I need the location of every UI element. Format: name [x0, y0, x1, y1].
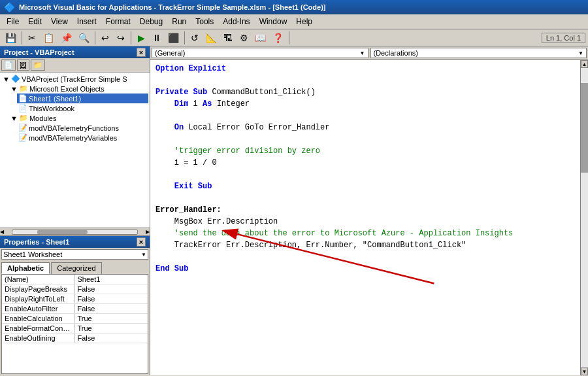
project-panel-close[interactable]: × — [137, 48, 146, 57]
props-row-enableautofilter[interactable]: EnableAutoFilter False — [2, 304, 148, 314]
props-val-5: True — [75, 324, 148, 333]
code-line-3: Dim i As Integer — [155, 98, 575, 110]
code-kw-on: On — [174, 123, 184, 132]
props-tab-alphabetic[interactable]: Alphabetic — [1, 262, 50, 274]
props-selector[interactable]: Sheet1 Worksheet ▼ — [1, 249, 148, 260]
props-row-displayrighttoleft[interactable]: DisplayRightToLeft False — [2, 294, 148, 304]
code-line-4 — [155, 110, 575, 122]
toolbar-copy[interactable]: 📋 — [41, 31, 57, 44]
tree-mod-variables[interactable]: 📝 modVBATelemetryVariables — [17, 133, 148, 143]
code-combo-general[interactable]: (General) ▼ — [152, 48, 368, 58]
menu-debug[interactable]: Debug — [136, 16, 167, 27]
code-combo-declarations-arrow: ▼ — [578, 50, 583, 56]
props-tab-categorized[interactable]: Categorized — [51, 262, 101, 274]
props-val-3: False — [75, 304, 148, 313]
props-key-0: (Name) — [2, 275, 75, 284]
toolbar-paste[interactable]: 📌 — [58, 31, 74, 44]
props-key-2: DisplayRightToLeft — [2, 294, 75, 303]
menu-view[interactable]: View — [47, 16, 72, 27]
properties-panel-close[interactable]: × — [137, 237, 146, 247]
toolbar-redo[interactable]: ↪ — [114, 31, 128, 44]
toolbar-reset[interactable]: ↺ — [188, 31, 202, 44]
tree-vbaproject-label: VBAProject (TrackError Simple S — [22, 75, 127, 83]
menu-help[interactable]: Help — [292, 16, 316, 27]
toolbar-sep-2 — [95, 31, 95, 44]
tree-vbaproject[interactable]: ▼ 🔷 VBAProject (TrackError Simple S — [1, 74, 148, 84]
props-key-4: EnableCalculation — [2, 314, 75, 323]
toolbar-run[interactable]: ▶ — [134, 31, 148, 44]
project-toggle-folders[interactable]: 📁 — [31, 60, 45, 71]
tree-excel-label: Microsoft Excel Objects — [29, 85, 105, 93]
code-content-wrapper: Option Explicit Private Sub CommandButto… — [150, 60, 588, 375]
tree-mod-variables-icon: 📝 — [18, 133, 27, 142]
vscroll-up[interactable]: ▲ — [581, 60, 588, 68]
code-cmt-trigger: 'trigger error division by zero — [174, 146, 320, 156]
project-view-code[interactable]: 📄 — [1, 60, 16, 71]
tree-expand-icon: ▼ — [3, 75, 10, 83]
code-vscrollbar[interactable]: ▲ ▼ — [580, 60, 588, 375]
tree-modules[interactable]: ▼ 📁 Modules — [9, 113, 148, 123]
properties-panel-header: Properties - Sheet1 × — [0, 236, 150, 248]
code-editor[interactable]: Option Explicit Private Sub CommandButto… — [150, 60, 580, 375]
toolbar-sep-4 — [184, 31, 185, 44]
tree-modules-expand: ▼ — [10, 114, 18, 122]
tree-sheet1[interactable]: 📄 Sheet1 (Sheet1) — [17, 94, 148, 103]
props-row-displaypagebreaks[interactable]: DisplayPageBreaks False — [2, 284, 148, 294]
code-kw-private: Private Sub — [155, 88, 207, 97]
props-tabs: Alphabetic Categorized — [0, 261, 150, 274]
code-line-11 — [155, 192, 575, 204]
props-row-enableformatconditi[interactable]: EnableFormatConditi True — [2, 324, 148, 333]
hscroll-right[interactable]: ▶ — [146, 229, 150, 235]
toolbar-undo[interactable]: ↩ — [98, 31, 112, 44]
code-kw-as: As — [203, 99, 212, 109]
hscroll-thumb — [37, 230, 87, 234]
code-line-5: On Local Error GoTo Error_Handler — [155, 122, 575, 133]
menu-format[interactable]: Format — [102, 16, 135, 27]
toolbar-save[interactable]: 💾 — [3, 31, 19, 44]
vscroll-down[interactable]: ▼ — [581, 367, 588, 375]
menu-window[interactable]: Window — [255, 16, 291, 27]
menu-insert[interactable]: Insert — [73, 16, 101, 27]
code-line-1 — [155, 75, 575, 86]
toolbar-props[interactable]: ⚙ — [237, 31, 251, 44]
toolbar-pause[interactable]: ⏸ — [150, 31, 164, 44]
project-hscrollbar[interactable]: ◀ ▶ — [0, 228, 150, 235]
props-row-name[interactable]: (Name) Sheet1 — [2, 275, 148, 284]
props-val-0: Sheet1 — [75, 275, 148, 284]
toolbar-stop[interactable]: ⬛ — [165, 31, 182, 44]
code-lbl-errorhandler: Error_Handler: — [155, 205, 221, 214]
toolbar-cut[interactable]: ✂ — [25, 31, 39, 44]
toolbar-project[interactable]: 🏗 — [221, 31, 235, 44]
title-bar-icon: 🔷 — [4, 2, 15, 12]
project-panel-header: Project - VBAProject × — [0, 46, 150, 58]
toolbar-help-btn[interactable]: ❓ — [270, 31, 286, 44]
toolbar-sep-5 — [289, 31, 289, 44]
vscroll-thumb — [581, 83, 588, 173]
code-line-14: 'send the data about the error to Micros… — [155, 228, 575, 239]
hscroll-track — [12, 230, 138, 235]
menu-run[interactable]: Run — [168, 16, 190, 27]
code-combo-general-text: (General) — [155, 49, 185, 57]
tree-thisworkbook[interactable]: 📄 ThisWorkbook — [17, 103, 148, 113]
menu-tools[interactable]: Tools — [191, 16, 218, 27]
props-val-4: True — [75, 314, 148, 323]
code-panel: (General) ▼ (Declarations) ▼ Option Expl… — [150, 46, 588, 375]
tree-excel-objects[interactable]: ▼ 📁 Microsoft Excel Objects — [9, 84, 148, 94]
hscroll-left[interactable]: ◀ — [0, 229, 4, 235]
code-combo-declarations[interactable]: (Declarations) ▼ — [370, 48, 587, 58]
props-row-enableoutlining[interactable]: EnableOutlining False — [2, 333, 148, 343]
props-row-enablecalculation[interactable]: EnableCalculation True — [2, 314, 148, 324]
menu-addins[interactable]: Add-Ins — [219, 16, 253, 27]
toolbar-find[interactable]: 🔍 — [76, 31, 92, 44]
tree-thisworkbook-label: ThisWorkbook — [29, 105, 74, 112]
menu-edit[interactable]: Edit — [24, 16, 46, 27]
tree-modules-icon: 📁 — [19, 114, 28, 122]
title-bar: 🔷 Microsoft Visual Basic for Application… — [0, 0, 588, 14]
project-view-form[interactable]: 🖼 — [17, 60, 29, 71]
tree-thisworkbook-icon: 📄 — [18, 104, 27, 112]
toolbar-design[interactable]: 📐 — [203, 31, 220, 44]
tree-mod-functions[interactable]: 📝 modVBATelemetryFunctions — [17, 123, 148, 133]
toolbar-obj-browser[interactable]: 📖 — [252, 31, 269, 44]
code-line-12: Error_Handler: — [155, 204, 575, 216]
menu-file[interactable]: File — [3, 16, 23, 27]
